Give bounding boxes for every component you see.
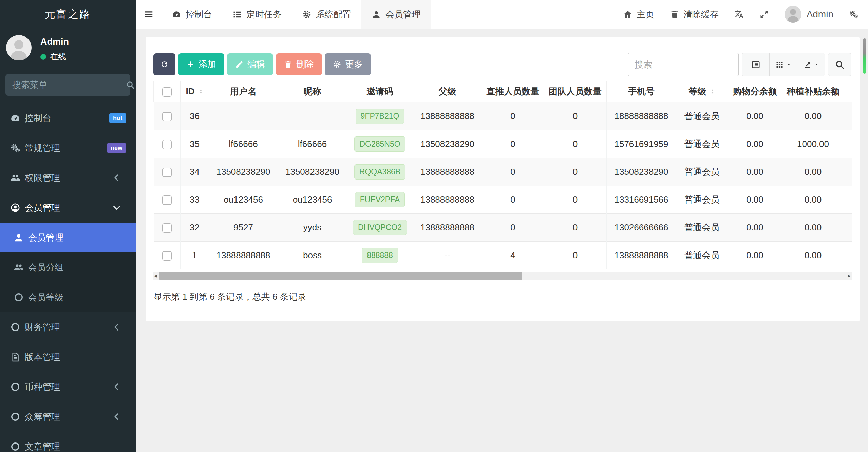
table-row[interactable]: 329527yydsDHVQPCO21388888888800130266666… — [154, 213, 852, 241]
sidebar-subitem[interactable]: 会员等级 — [0, 282, 136, 312]
navbar: 控制台定时任务系统配置会员管理 主页 清除缓存 Admin — [136, 0, 868, 29]
row-checkbox[interactable] — [162, 140, 172, 149]
sidebar-item-label: 会员分组 — [28, 262, 126, 274]
users-icon — [14, 262, 24, 272]
sidebar: 元富之路 Admin 在线 控制台hot常规管理new权限管理会员管理会员管理会… — [0, 0, 136, 452]
row-checkbox[interactable] — [162, 251, 172, 261]
cell-parent: 13888888888 — [413, 102, 482, 130]
sort-icon — [198, 87, 204, 96]
cell-checkbox — [154, 241, 181, 269]
sidebar-item[interactable]: 控制台hot — [0, 103, 136, 133]
sidebar-item[interactable]: 众筹管理 — [0, 402, 136, 432]
edit-button[interactable]: 编辑 — [227, 53, 273, 75]
table-row[interactable]: 35lf66666lf66666DG285N5O1350823829000157… — [154, 130, 852, 158]
cell-level: 普通会员 — [676, 186, 728, 213]
table-row[interactable]: 113888888888boss888888--4013888888888普通会… — [154, 241, 852, 269]
sidebar-item[interactable]: 常规管理new — [0, 133, 136, 163]
cell-invite_code: DG285N5O — [347, 130, 413, 158]
more-button[interactable]: 更多 — [325, 53, 371, 75]
table-row[interactable]: 341350823829013508238290RQQA386B13888888… — [154, 158, 852, 186]
select-all-checkbox[interactable] — [162, 87, 172, 97]
online-dot-icon — [40, 54, 46, 60]
cell-planting_balance: 0.00 — [782, 158, 844, 186]
cell-username: ou123456 — [209, 186, 278, 213]
sidebar-toggle-button[interactable] — [136, 0, 162, 29]
sidebar-item[interactable]: 权限管理 — [0, 163, 136, 193]
sidebar-item[interactable]: 文章管理 — [0, 432, 136, 452]
cell-checkbox — [154, 102, 181, 130]
user-menu[interactable]: Admin — [785, 6, 833, 23]
column-header-label: 直推人员数量 — [487, 86, 540, 97]
delete-button[interactable]: 删除 — [276, 53, 322, 75]
cell-phone: 13888888888 — [607, 241, 676, 269]
sidebar-subitem[interactable]: 会员分组 — [0, 252, 136, 282]
sidebar-subitem[interactable]: 会员管理 — [0, 223, 136, 252]
nav-tab[interactable]: 控制台 — [162, 0, 222, 29]
columns-button[interactable] — [770, 53, 797, 76]
cell-phone: 15761691959 — [607, 130, 676, 158]
cell-direct_count: 0 — [482, 158, 544, 186]
cell-shopping_balance: 0.00 — [728, 186, 782, 213]
row-checkbox[interactable] — [162, 195, 172, 205]
table-row[interactable]: 369FP7B21Q138888888880018888888888普通会员0.… — [154, 102, 852, 130]
scroll-right-arrow-icon[interactable]: ▸ — [848, 272, 851, 280]
column-header — [844, 81, 852, 102]
fullscreen-button[interactable] — [759, 10, 769, 19]
cell-level: 普通会员 — [676, 213, 728, 241]
sidebar-item[interactable]: 财务管理 — [0, 312, 136, 342]
column-header: 邀请码 — [347, 81, 413, 102]
column-header-label: 手机号 — [628, 86, 655, 97]
settings-button[interactable] — [849, 10, 858, 19]
export-button[interactable] — [797, 53, 825, 76]
sidebar-item-label: 会员管理 — [28, 232, 126, 244]
user-circle-icon — [10, 203, 20, 213]
sidebar-item[interactable]: 会员管理 — [0, 193, 136, 223]
column-header[interactable]: 等级 — [676, 81, 728, 102]
column-header-label: ID — [186, 86, 195, 97]
cell-id: 34 — [181, 158, 209, 186]
row-checkbox[interactable] — [162, 168, 172, 177]
search-submit-button[interactable] — [828, 53, 851, 76]
cell-invite_code: 888888 — [347, 241, 413, 269]
invite-code-pill: 888888 — [362, 248, 398, 263]
trash-icon — [284, 60, 293, 69]
menu-badge: new — [107, 143, 126, 153]
home-link[interactable]: 主页 — [623, 8, 654, 20]
clear-cache-link[interactable]: 清除缓存 — [670, 8, 719, 20]
nav-tab[interactable]: 定时任务 — [222, 0, 292, 29]
horizontal-scrollbar-thumb[interactable] — [159, 272, 522, 280]
language-button[interactable] — [734, 10, 744, 19]
member-table-wrap: ID用户名昵称邀请码父级直推人员数量团队人员数量手机号等级购物分余额种植补贴余额… — [153, 81, 852, 270]
cell-shopping_balance: 0.00 — [728, 158, 782, 186]
nav-tab[interactable]: 系统配置 — [292, 0, 361, 29]
table-row[interactable]: 33ou123456ou123456FUEV2PFA13888888888001… — [154, 186, 852, 213]
column-header-label: 父级 — [439, 86, 456, 97]
cell-nickname: 13508238290 — [278, 158, 347, 186]
nav-tab[interactable]: 会员管理 — [361, 0, 431, 29]
refresh-button[interactable] — [153, 53, 175, 75]
navbar-right: 主页 清除缓存 Admin — [623, 0, 868, 29]
user-status-label: 在线 — [50, 51, 66, 62]
cell-direct_count: 0 — [482, 213, 544, 241]
row-checkbox[interactable] — [162, 112, 172, 121]
column-header[interactable]: ID — [181, 81, 209, 102]
detail-view-button[interactable] — [742, 53, 770, 76]
scroll-left-arrow-icon[interactable]: ◂ — [154, 272, 157, 280]
cell-empty — [844, 213, 852, 241]
row-checkbox[interactable] — [162, 223, 172, 233]
user-panel: Admin 在线 — [0, 29, 136, 69]
add-button[interactable]: 添加 — [178, 53, 224, 75]
horizontal-scrollbar[interactable]: ◂ ▸ — [153, 272, 852, 280]
sidebar-search-input[interactable] — [12, 80, 126, 90]
vertical-scrollbar-thumb[interactable] — [863, 38, 866, 74]
sidebar-item-label: 会员管理 — [25, 202, 112, 214]
member-table: ID用户名昵称邀请码父级直推人员数量团队人员数量手机号等级购物分余额种植补贴余额… — [153, 81, 852, 269]
sidebar-item[interactable]: 版本管理 — [0, 342, 136, 372]
sidebar-item-label: 权限管理 — [25, 172, 112, 184]
circle-icon — [10, 382, 20, 392]
invite-code-pill: DG285N5O — [354, 136, 405, 152]
sidebar-item[interactable]: 币种管理 — [0, 372, 136, 402]
chevron-left-icon — [112, 412, 122, 422]
cell-parent: 13888888888 — [413, 158, 482, 186]
table-search-input[interactable] — [628, 53, 739, 76]
